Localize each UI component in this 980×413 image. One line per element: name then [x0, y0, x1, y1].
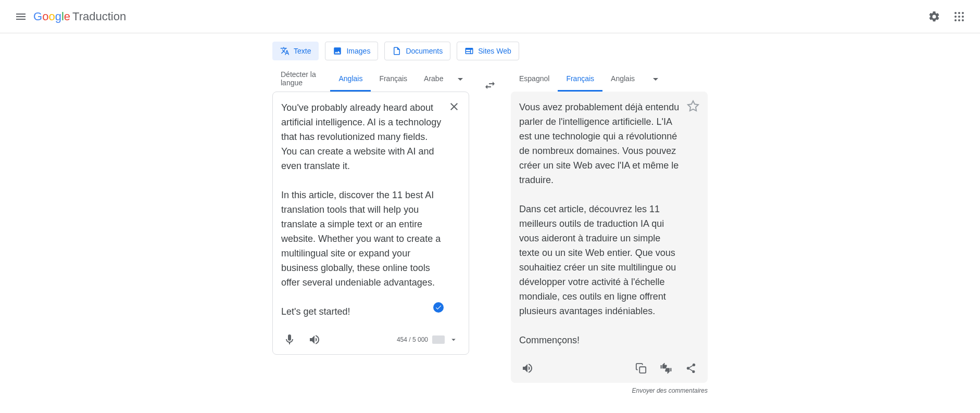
main-menu-button[interactable] — [8, 4, 33, 29]
lang-english[interactable]: Anglais — [330, 67, 371, 92]
chevron-down-icon — [649, 73, 662, 85]
lang-french-tgt[interactable]: Français — [558, 67, 602, 92]
svg-point-1 — [958, 12, 960, 14]
svg-rect-9 — [639, 367, 646, 373]
check-icon — [435, 304, 442, 311]
swap-languages-button[interactable] — [478, 73, 502, 98]
swap-icon — [484, 79, 496, 92]
lang-english-tgt[interactable]: Anglais — [602, 67, 643, 92]
product-name: Traduction — [72, 10, 126, 23]
apps-button[interactable] — [947, 4, 972, 29]
source-text-input[interactable]: You've probably already heard about arti… — [273, 92, 469, 327]
save-translation-button[interactable] — [684, 97, 702, 115]
settings-button[interactable] — [922, 4, 947, 29]
verified-badge — [433, 302, 444, 313]
clear-source-button[interactable] — [445, 97, 463, 116]
mode-websites-label: Sites Web — [478, 47, 511, 55]
more-source-languages[interactable] — [451, 67, 469, 92]
svg-point-7 — [958, 19, 960, 21]
send-feedback-link[interactable]: Envoyer des commentaires — [142, 383, 708, 398]
close-icon — [448, 100, 460, 113]
speaker-icon — [308, 333, 321, 346]
mode-documents[interactable]: Documents — [384, 42, 450, 60]
mode-text-label: Texte — [294, 47, 311, 55]
share-icon — [685, 363, 697, 374]
mode-websites[interactable]: Sites Web — [457, 42, 519, 60]
mode-images-label: Images — [346, 47, 370, 55]
translate-icon — [280, 46, 290, 56]
target-language-bar: Espagnol Français Anglais — [511, 67, 708, 92]
app-header: Google Traduction — [0, 0, 980, 33]
mode-images[interactable]: Images — [325, 42, 378, 60]
source-panel: You've probably already heard about arti… — [272, 92, 469, 355]
copy-icon — [635, 363, 647, 374]
document-icon — [392, 46, 401, 56]
source-toolbar: 454 / 5 000 — [273, 327, 469, 354]
chevron-down-icon[interactable] — [449, 335, 458, 344]
copy-translation-button[interactable] — [631, 358, 651, 379]
more-target-languages[interactable] — [643, 67, 668, 92]
listen-target-button[interactable] — [517, 358, 538, 379]
rate-translation-button[interactable] — [656, 358, 676, 379]
svg-point-0 — [954, 12, 957, 14]
voice-input-button[interactable] — [279, 329, 300, 350]
mode-tabs: Texte Images Documents Sites Web — [272, 33, 838, 67]
svg-point-6 — [954, 19, 957, 21]
microphone-icon — [283, 333, 296, 346]
lang-spanish[interactable]: Espagnol — [511, 67, 558, 92]
image-icon — [333, 46, 342, 56]
character-count: 454 / 5 000 — [397, 335, 462, 344]
web-icon — [464, 46, 474, 56]
source-language-bar: Détecter la langue Anglais Français Arab… — [272, 67, 469, 92]
app-logo[interactable]: Google Traduction — [33, 10, 126, 23]
lang-french-src[interactable]: Français — [371, 67, 416, 92]
svg-point-8 — [962, 19, 964, 21]
listen-source-button[interactable] — [304, 329, 325, 350]
thumbs-icon — [660, 363, 672, 374]
keyboard-icon[interactable] — [432, 335, 445, 344]
target-panel: Vous avez probablement déjà entendu parl… — [511, 92, 708, 383]
svg-point-5 — [962, 16, 964, 18]
star-icon — [687, 100, 699, 112]
mode-text[interactable]: Texte — [272, 42, 319, 60]
mode-documents-label: Documents — [406, 47, 443, 55]
svg-point-3 — [954, 16, 957, 18]
bottom-actions: Historique Enregistrées — [142, 398, 838, 413]
share-translation-button[interactable] — [681, 358, 701, 379]
svg-point-2 — [962, 12, 964, 14]
target-text-output: Vous avez probablement déjà entendu parl… — [511, 92, 708, 356]
lang-arabic[interactable]: Arabe — [416, 67, 451, 92]
speaker-icon — [521, 362, 534, 375]
svg-point-4 — [958, 16, 960, 18]
target-toolbar — [511, 356, 708, 383]
chevron-down-icon — [454, 73, 467, 85]
lang-detect[interactable]: Détecter la langue — [272, 67, 330, 92]
